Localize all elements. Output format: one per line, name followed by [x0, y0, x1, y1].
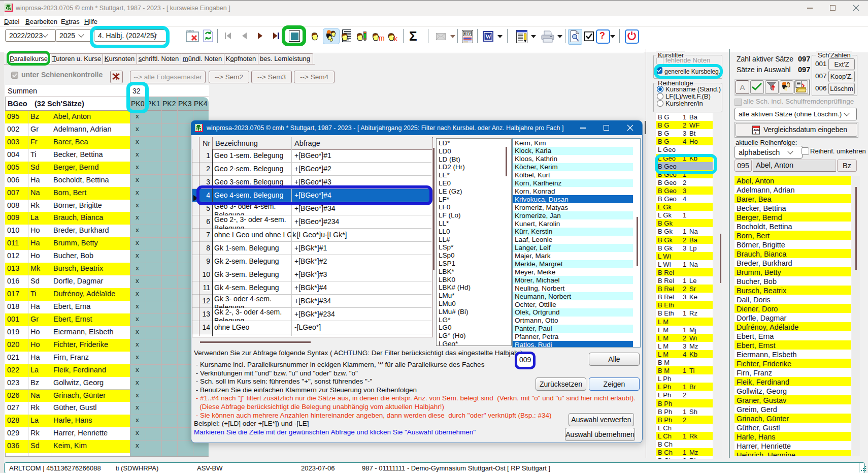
svg-text:W: W [485, 33, 491, 40]
svg-text:RTF: RTF [464, 31, 472, 36]
